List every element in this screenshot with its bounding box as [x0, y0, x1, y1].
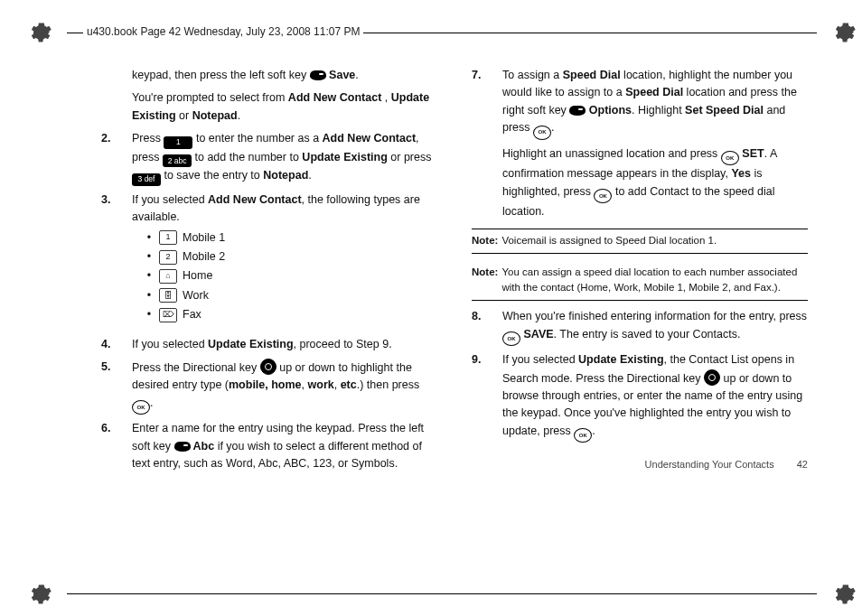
text: .	[592, 425, 595, 437]
text: to enter the number as a	[192, 132, 322, 145]
step-number: 2.	[101, 130, 132, 186]
left-column: keypad, then press the left soft key Sav…	[101, 67, 437, 562]
step-number: 9.	[472, 351, 502, 443]
bold: SET	[739, 147, 764, 160]
ok-key-icon: OK	[132, 400, 150, 415]
item-label: Home	[183, 267, 212, 285]
bold: Notepad	[263, 169, 308, 182]
soft-key-icon	[310, 70, 326, 80]
nav-key-icon	[260, 359, 276, 375]
step-number: 4.	[101, 336, 132, 353]
ok-key-icon: OK	[594, 189, 612, 203]
text: ,	[302, 378, 308, 391]
text: .	[150, 397, 153, 409]
text: .) then press	[357, 378, 419, 391]
save-label: Save	[326, 69, 356, 81]
bold: Update Existing	[208, 338, 293, 350]
text: You're prompted to select from	[132, 91, 288, 104]
page-header-tag: u430.book Page 42 Wednesday, July 23, 20…	[83, 25, 363, 38]
step-number: 7.	[472, 67, 502, 221]
bold: Speed Dial	[625, 86, 683, 98]
soft-key-icon	[174, 442, 191, 452]
step-number: 6.	[101, 420, 132, 472]
bold: Add New Contact	[208, 193, 301, 206]
text: .	[308, 169, 311, 182]
step-6: 6. Enter a name for the entry using the …	[101, 420, 437, 472]
bold: Add New Contact	[288, 91, 381, 104]
text: If you selected	[132, 193, 208, 206]
text: . Highlight	[632, 104, 685, 117]
step-4: 4. If you selected Update Existing, proc…	[101, 336, 437, 353]
ok-key-icon: OK	[574, 428, 592, 443]
mobile1-icon: 1	[159, 230, 177, 245]
note-text: Voicemail is assigned to Speed Dial loca…	[501, 233, 808, 249]
ok-key-icon: OK	[533, 126, 551, 140]
page-footer: Understanding Your Contacts 42	[472, 457, 808, 472]
bold: work	[308, 378, 334, 391]
text: .	[238, 109, 240, 122]
note-label: Note:	[472, 265, 498, 297]
bold: Update Existing	[302, 151, 387, 163]
note-2: Note: You can assign a speed dial locati…	[472, 261, 808, 302]
text: Press the Directional key	[132, 361, 260, 374]
step-3: 3. If you selected Add New Contact, the …	[101, 191, 437, 331]
text: ,	[381, 91, 390, 104]
step-9: 9. If you selected Update Existing, the …	[472, 351, 808, 443]
item-label: Mobile 2	[183, 248, 225, 266]
bold: SAVE	[520, 328, 554, 341]
text: If you selected	[502, 353, 578, 366]
soft-key-icon	[569, 106, 586, 116]
bold: Yes	[731, 167, 751, 180]
gear-icon	[831, 582, 857, 607]
nav-key-icon	[704, 369, 720, 386]
item-label: Fax	[183, 306, 201, 323]
note-label: Note:	[472, 233, 498, 249]
intro-paragraph: keypad, then press the left soft key Sav…	[132, 67, 437, 125]
bold: Add New Contact	[323, 132, 416, 145]
step-8: 8. When you're finished entering informa…	[472, 308, 808, 346]
bold: mobile, home	[229, 378, 302, 391]
text: keypad, then press the left soft key	[132, 69, 310, 81]
work-icon: 🗄	[159, 288, 177, 303]
bold: Update Existing	[578, 353, 663, 366]
text: or	[176, 109, 192, 122]
step-number: 5.	[101, 359, 132, 415]
text: .	[355, 69, 358, 81]
text: Press	[132, 132, 164, 145]
text: To assign a	[502, 69, 563, 81]
list-item: •2Mobile 2	[145, 247, 437, 266]
keypad-3-icon: 3 def	[132, 173, 161, 186]
gear-icon	[27, 582, 52, 607]
section-title: Understanding Your Contacts	[645, 459, 774, 470]
mobile2-icon: 2	[159, 250, 177, 265]
text: . The entry is saved to your Contacts.	[554, 328, 741, 341]
item-label: Work	[183, 287, 209, 304]
text: If you selected	[132, 338, 208, 350]
text: ,	[334, 378, 341, 391]
gear-icon	[831, 20, 857, 45]
list-item: •⌦Fax	[145, 305, 437, 324]
step-5: 5. Press the Directional key up or down …	[101, 359, 437, 415]
step-2: 2. Press 1 to enter the number as a Add …	[101, 130, 437, 186]
list-item: •1Mobile 1	[145, 229, 437, 247]
text: When you're finished entering informatio…	[502, 310, 807, 322]
note-1: Note: Voicemail is assigned to Speed Dia…	[472, 229, 808, 254]
bold: etc	[341, 378, 357, 391]
fax-icon: ⌦	[159, 308, 177, 322]
bold: Set Speed Dial	[685, 104, 764, 117]
home-icon: ⌂	[159, 269, 177, 284]
step-number: 3.	[101, 191, 132, 331]
text: , proceed to Step 9.	[294, 338, 392, 350]
bold: Options	[586, 104, 632, 117]
gear-icon	[27, 20, 52, 45]
text: or press	[388, 151, 432, 163]
text: to save the entry to	[161, 169, 263, 182]
bold: Abc	[191, 440, 215, 453]
list-item: •⌂Home	[145, 266, 437, 285]
list-item: •🗄Work	[145, 286, 437, 305]
step-number: 8.	[472, 308, 502, 346]
contact-type-list: •1Mobile 1 •2Mobile 2 •⌂Home •🗄Work •⌦Fa…	[145, 229, 437, 325]
text: Highlight an unassigned location and pre…	[502, 147, 721, 160]
page-number: 42	[797, 457, 808, 472]
note-text: You can assign a speed dial location to …	[501, 265, 808, 297]
